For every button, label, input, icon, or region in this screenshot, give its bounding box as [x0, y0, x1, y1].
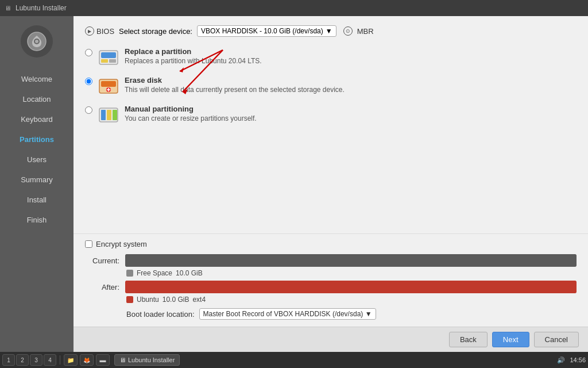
bios-play-icon: ▶ [85, 26, 94, 36]
titlebar: 🖥 Lubuntu Installer [0, 0, 588, 16]
main-area: Welcome Location Keyboard Partitions Use… [0, 16, 588, 352]
nav-buttons: Back Next Cancel [74, 327, 588, 352]
svg-rect-6 [109, 59, 116, 63]
erase-disk-title: Erase disk [125, 76, 345, 85]
taskbar-apps: 1 2 3 4 [2, 354, 56, 366]
sidebar-item-users[interactable]: Users [0, 150, 74, 170]
sidebar-item-partitions[interactable]: Partitions [0, 129, 74, 150]
after-disk-fill [125, 281, 577, 293]
titlebar-title: Lubuntu Installer [16, 4, 67, 12]
taskbar-browser-icon[interactable]: 🦊 [80, 354, 94, 366]
titlebar-icon: 🖥 [5, 5, 11, 12]
bootloader-label: Boot loader location: [126, 310, 195, 319]
replace-partition-radio[interactable] [85, 49, 92, 56]
manual-partition-radio[interactable] [85, 106, 92, 114]
after-legend: Ubuntu 10.0 GiB ext4 [126, 296, 577, 304]
sidebar-item-finish[interactable]: Finish [0, 210, 74, 230]
current-label: Current: [85, 256, 119, 265]
current-disk-fill [125, 254, 577, 267]
sidebar-item-keyboard[interactable]: Keyboard [0, 109, 74, 129]
taskbar-lubuntu-installer-window[interactable]: 🖥 Lubuntu Installer [114, 354, 180, 366]
manual-partition-text: Manual partitioning You can create or re… [125, 105, 257, 122]
svg-rect-4 [101, 52, 116, 58]
taskbar-terminal-icon[interactable]: ▬ [96, 354, 110, 366]
bootloader-value: Master Boot Record of VBOX HARDDISK (/de… [203, 310, 363, 318]
storage-dropdown-arrow: ▼ [326, 27, 332, 35]
replace-partition-option: Replace a partition Replaces a partition… [85, 47, 577, 68]
erase-disk-icon [98, 76, 119, 97]
manual-partition-title: Manual partitioning [125, 105, 257, 113]
current-legend: Free Space 10.0 GiB [126, 269, 577, 277]
mbr-label: MBR [357, 27, 374, 36]
encrypt-label: Encrypt system [96, 240, 147, 248]
svg-rect-8 [101, 81, 116, 87]
taskbar-app-2[interactable]: 2 [16, 354, 29, 366]
replace-partition-desc: Replaces a partition with Lubuntu 20.04 … [125, 57, 262, 65]
taskbar: 1 2 3 4 📁 🦊 ▬ 🖥 Lubuntu Installer 🔊 14:5… [0, 352, 588, 368]
svg-rect-12 [107, 110, 111, 120]
sidebar-item-install[interactable]: Install [0, 190, 74, 210]
svg-rect-11 [101, 110, 106, 120]
free-space-legend-size: 10.0 GiB [176, 269, 203, 277]
content-inner: ▶ BIOS Select storage device: VBOX HARDD… [74, 16, 588, 233]
erase-disk-radio[interactable] [85, 78, 92, 85]
ubuntu-legend-fs: ext4 [192, 296, 206, 304]
storage-device-dropdown[interactable]: VBOX HARDDISK - 10.0 GiB (/dev/sda) ▼ [197, 25, 336, 37]
svg-rect-5 [101, 59, 108, 63]
taskbar-window-label: Lubuntu Installer [128, 356, 175, 363]
bios-option[interactable]: ▶ BIOS [85, 26, 114, 36]
ubuntu-legend-size: 10.0 GiB [163, 296, 189, 304]
storage-label: Select storage device: [119, 27, 192, 36]
bios-label: BIOS [96, 27, 114, 36]
svg-marker-15 [180, 67, 184, 72]
back-button[interactable]: Back [449, 332, 488, 347]
encrypt-checkbox[interactable] [85, 240, 92, 248]
manual-partition-option: Manual partitioning You can create or re… [85, 105, 577, 125]
taskbar-separator-1 [60, 355, 60, 365]
taskbar-time: 14:56 [570, 356, 586, 363]
sidebar: Welcome Location Keyboard Partitions Use… [0, 16, 74, 352]
ubuntu-legend-box [126, 296, 133, 303]
bottom-section: Encrypt system Current: Free Space 10.0 … [74, 233, 588, 327]
sidebar-item-summary[interactable]: Summary [0, 170, 74, 190]
topbar: ▶ BIOS Select storage device: VBOX HARDD… [85, 25, 577, 37]
erase-disk-option: Erase disk This will delete all data cur… [85, 76, 577, 97]
replace-partition-title: Replace a partition [125, 47, 262, 56]
storage-device-value: VBOX HARDDISK - 10.0 GiB (/dev/sda) [201, 27, 323, 35]
mbr-option[interactable]: MBR [357, 27, 374, 36]
taskbar-right: 🔊 14:56 [557, 356, 586, 364]
sidebar-item-welcome[interactable]: Welcome [0, 69, 74, 89]
taskbar-volume-icon[interactable]: 🔊 [557, 356, 565, 364]
cancel-button[interactable]: Cancel [534, 332, 579, 347]
content-panel: ▶ BIOS Select storage device: VBOX HARDD… [74, 16, 588, 352]
ubuntu-legend-label: Ubuntu [137, 296, 159, 304]
lubuntu-logo-icon [26, 31, 47, 52]
replace-partition-icon [98, 47, 119, 68]
manual-partition-icon [98, 105, 119, 125]
after-disk-row: After: [85, 281, 577, 293]
erase-disk-desc: This will delete all data currently pres… [125, 86, 345, 94]
taskbar-app-4[interactable]: 4 [44, 354, 56, 366]
next-button[interactable]: Next [492, 332, 529, 347]
app-logo [21, 25, 53, 57]
bootloader-row: Boot loader location: Master Boot Record… [126, 308, 577, 320]
current-disk-bar [125, 254, 577, 267]
encrypt-row: Encrypt system [85, 240, 577, 248]
sidebar-item-location[interactable]: Location [0, 89, 74, 109]
after-disk-bar [125, 281, 577, 293]
taskbar-app-3[interactable]: 3 [30, 354, 42, 366]
bootloader-dropdown-arrow: ▼ [365, 310, 372, 318]
free-space-legend-label: Free Space [137, 269, 172, 277]
mbr-icon: ⊙ [343, 26, 353, 36]
after-label: After: [85, 283, 119, 292]
svg-point-2 [35, 40, 38, 43]
free-space-legend-box [126, 270, 133, 277]
partitioning-options: Replace a partition Replaces a partition… [85, 47, 577, 162]
svg-rect-13 [113, 110, 117, 120]
replace-partition-text: Replace a partition Replaces a partition… [125, 47, 262, 65]
bootloader-dropdown[interactable]: Master Boot Record of VBOX HARDDISK (/de… [199, 308, 376, 320]
erase-disk-text: Erase disk This will delete all data cur… [125, 76, 345, 94]
taskbar-app-1[interactable]: 1 [2, 354, 15, 366]
taskbar-files-icon[interactable]: 📁 [64, 354, 78, 366]
manual-partition-desc: You can create or resize partitions your… [125, 114, 257, 122]
